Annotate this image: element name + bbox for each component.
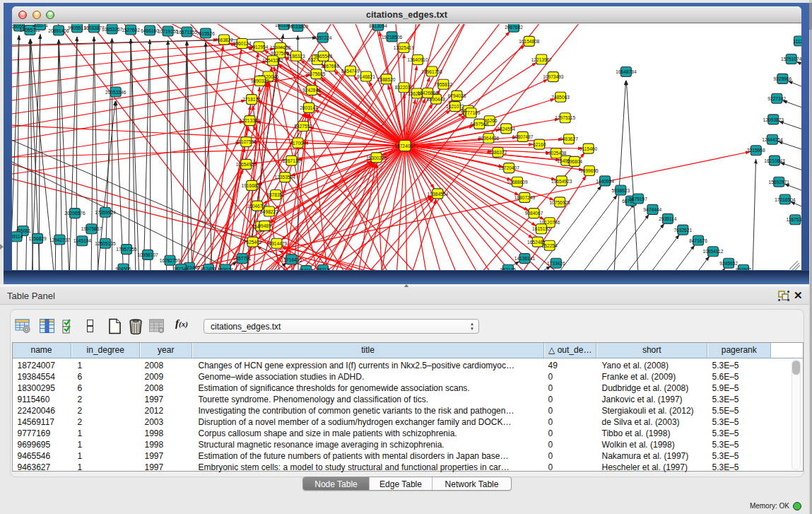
svg-text:1145194: 1145194	[73, 238, 92, 243]
svg-text:2087682: 2087682	[505, 25, 523, 30]
svg-text:1156829: 1156829	[29, 236, 47, 241]
svg-text:10654112: 10654112	[702, 249, 723, 254]
svg-text:19166827: 19166827	[242, 183, 263, 188]
svg-text:16107552: 16107552	[236, 139, 257, 144]
svg-text:17957255: 17957255	[116, 247, 137, 252]
svg-text:16426866: 16426866	[418, 90, 439, 95]
svg-text:3215958: 3215958	[747, 148, 765, 153]
svg-text:98113: 98113	[317, 267, 329, 270]
svg-text:12353594: 12353594	[275, 175, 296, 180]
svg-text:912450: 912450	[201, 267, 216, 270]
svg-text:2367608: 2367608	[321, 64, 339, 69]
svg-text:924506: 924506	[115, 267, 131, 270]
svg-text:20053346: 20053346	[105, 90, 126, 95]
svg-text:10025438: 10025438	[546, 151, 567, 156]
svg-text:62160: 62160	[533, 142, 546, 147]
svg-text:19654923: 19654923	[551, 179, 572, 184]
svg-text:5498222: 5498222	[260, 209, 278, 214]
svg-text:19975867: 19975867	[81, 226, 102, 231]
svg-text:8878352: 8878352	[266, 192, 285, 197]
svg-text:9465546: 9465546	[314, 54, 333, 59]
svg-text:12975115: 12975115	[555, 115, 575, 120]
svg-text:7625402: 7625402	[244, 240, 262, 245]
svg-text:16671355: 16671355	[177, 30, 198, 35]
svg-text:8813054: 8813054	[369, 24, 387, 28]
svg-text:17359924: 17359924	[95, 210, 116, 215]
svg-text:154114: 154114	[298, 268, 314, 270]
svg-text:7663822: 7663822	[215, 37, 233, 42]
svg-text:6497568: 6497568	[470, 122, 488, 127]
svg-text:9890329: 9890329	[251, 78, 269, 83]
svg-text:20691406: 20691406	[48, 28, 69, 33]
svg-text:8471676: 8471676	[689, 238, 707, 243]
svg-text:10807487: 10807487	[512, 134, 534, 139]
svg-text:19218506: 19218506	[382, 35, 403, 40]
svg-text:3675685: 3675685	[307, 71, 326, 76]
svg-text:6794028: 6794028	[448, 93, 466, 98]
svg-text:7485063: 7485063	[551, 95, 570, 100]
svg-text:12213967: 12213967	[531, 57, 553, 62]
svg-text:9777169: 9777169	[462, 110, 481, 115]
svg-text:9457791: 9457791	[233, 256, 252, 261]
svg-text:15751074: 15751074	[781, 57, 801, 62]
svg-text:10853267: 10853267	[102, 27, 123, 32]
svg-text:9245652: 9245652	[719, 261, 738, 266]
svg-text:1588520: 1588520	[377, 77, 396, 82]
svg-text:5679197: 5679197	[629, 197, 647, 201]
svg-text:12505135: 12505135	[95, 241, 116, 246]
svg-text:16210643: 16210643	[764, 158, 785, 163]
svg-text:8912954: 8912954	[250, 45, 269, 49]
svg-text:15300275: 15300275	[366, 156, 387, 160]
svg-text:196804: 196804	[567, 159, 582, 164]
svg-text:2718176: 2718176	[242, 97, 261, 102]
svg-text:39114: 39114	[12, 234, 23, 239]
svg-text:417004: 417004	[290, 141, 305, 146]
svg-text:9463627: 9463627	[560, 136, 578, 141]
svg-text:8427552: 8427552	[294, 124, 312, 129]
svg-text:2803144: 2803144	[300, 105, 318, 110]
svg-text:1167533: 1167533	[787, 217, 801, 222]
svg-text:10973493: 10973493	[543, 74, 564, 79]
svg-text:5938923: 5938923	[611, 188, 630, 193]
svg-text:15720407: 15720407	[499, 165, 520, 170]
svg-text:10958107: 10958107	[137, 252, 158, 257]
svg-text:19384554: 19384554	[428, 192, 449, 197]
svg-text:7357224: 7357224	[314, 35, 332, 40]
svg-text:1733426: 1733426	[547, 261, 565, 266]
svg-text:10688609: 10688609	[507, 180, 528, 185]
svg-text:18724007: 18724007	[394, 144, 416, 148]
svg-text:10719155: 10719155	[158, 29, 179, 34]
svg-text:7955812: 7955812	[435, 82, 453, 87]
svg-text:14136141: 14136141	[514, 256, 536, 261]
svg-text:16543382: 16543382	[262, 58, 283, 63]
svg-text:12093873: 12093873	[763, 117, 784, 122]
svg-text:17016504: 17016504	[775, 197, 796, 202]
svg-text:16961758: 16961758	[421, 69, 442, 74]
svg-text:18807249: 18807249	[514, 195, 536, 200]
svg-text:12213389: 12213389	[240, 118, 261, 123]
svg-text:15692971: 15692971	[769, 180, 790, 185]
svg-text:10756928: 10756928	[549, 200, 570, 205]
svg-text:16648784: 16648784	[616, 69, 637, 74]
svg-text:99489: 99489	[258, 223, 271, 228]
svg-text:8186323: 8186323	[287, 54, 305, 59]
svg-text:1440954: 1440954	[596, 179, 614, 184]
svg-text:11123: 11123	[793, 39, 801, 44]
svg-text:9084067: 9084067	[525, 211, 543, 216]
svg-text:9146821: 9146821	[357, 74, 375, 79]
svg-text:20206576: 20206576	[64, 211, 86, 216]
svg-text:8454749: 8454749	[341, 69, 360, 74]
svg-text:15716485: 15716485	[281, 257, 302, 262]
svg-text:3824554: 3824554	[497, 127, 515, 132]
svg-text:8267130: 8267130	[283, 158, 301, 163]
svg-text:9242848: 9242848	[302, 88, 321, 93]
svg-text:9227342: 9227342	[767, 96, 786, 101]
svg-text:12942737: 12942737	[49, 238, 71, 243]
svg-text:8960124: 8960124	[233, 41, 252, 46]
svg-text:205571: 205571	[33, 24, 48, 28]
svg-text:9474444: 9474444	[644, 207, 662, 212]
svg-text:12444154: 12444154	[762, 137, 783, 142]
svg-text:20364436: 20364436	[478, 136, 500, 141]
svg-text:252254: 252254	[542, 243, 558, 248]
svg-text:962145: 962145	[500, 267, 516, 270]
